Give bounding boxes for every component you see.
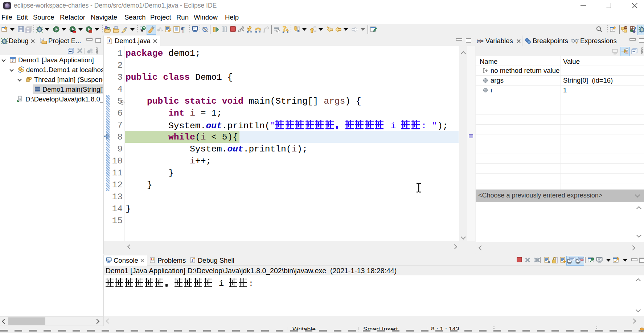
svg-text:J: J [12, 58, 14, 62]
svg-text:J: J [108, 38, 110, 43]
svg-text:J: J [634, 26, 636, 31]
svg-text:J: J [192, 258, 194, 262]
